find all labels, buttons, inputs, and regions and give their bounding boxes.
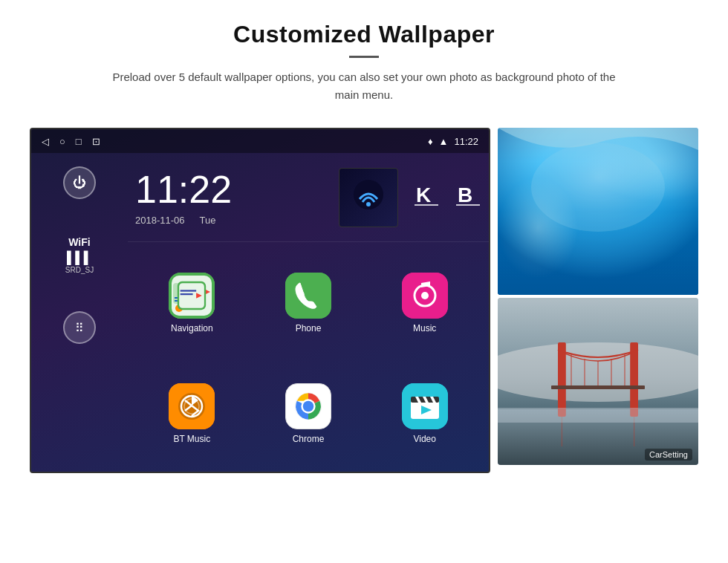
svg-point-1 — [366, 202, 371, 206]
app-navigation[interactable]: 280 Navigation — [134, 248, 250, 359]
screenshot-icon[interactable]: ⊡ — [92, 136, 100, 147]
clock-day: Tue — [200, 215, 216, 226]
svg-point-12 — [421, 292, 429, 299]
music-label: Music — [413, 323, 436, 333]
svg-point-20 — [303, 400, 314, 411]
left-sidebar: ⏻ WiFi ▌▌▌ SRD_SJ ⠿ — [31, 153, 128, 473]
shortcut-k[interactable]: K — [413, 181, 440, 213]
carsetting-label: CarSetting — [645, 449, 692, 461]
main-screen-area: 11:22 2018-11-06 Tue — [128, 153, 489, 473]
status-left-icons: ◁ ○ □ ⊡ — [42, 136, 100, 147]
clock-area: 11:22 2018-11-06 Tue — [128, 153, 489, 242]
clock-date-text: 2018-11-06 — [135, 215, 185, 226]
wifi-status-icon: ▲ — [439, 136, 449, 147]
screen-content: ⏻ WiFi ▌▌▌ SRD_SJ ⠿ 11:22 — [31, 153, 489, 473]
android-screen: ◁ ○ □ ⊡ ♦ ▲ 11:22 ⏻ WiFi ▌▌ — [30, 128, 490, 473]
wallpaper-panel: CarSetting — [490, 128, 698, 465]
wifi-bars-icon: ▌▌▌ — [65, 251, 94, 264]
svg-point-8 — [175, 305, 183, 312]
header-section: Customized Wallpaper Preload over 5 defa… — [0, 0, 728, 117]
wifi-label: WiFi — [65, 236, 94, 248]
shortcut-b[interactable]: B — [455, 181, 481, 213]
clock-section: 11:22 2018-11-06 Tue — [135, 169, 331, 225]
home-icon[interactable]: ○ — [59, 136, 65, 147]
video-icon — [402, 383, 448, 429]
btmusic-icon — [169, 383, 215, 429]
chrome-icon — [285, 383, 331, 429]
media-widget[interactable] — [339, 168, 398, 227]
svg-rect-6 — [173, 283, 197, 304]
power-button[interactable]: ⏻ — [63, 166, 96, 199]
header-description: Preload over 5 default wallpaper options… — [104, 68, 624, 104]
recent-icon[interactable]: □ — [76, 136, 82, 147]
app-music[interactable]: Music — [366, 248, 483, 359]
mockup-area: ◁ ○ □ ⊡ ♦ ▲ 11:22 ⏻ WiFi ▌▌ — [0, 117, 728, 473]
wifi-ssid: SRD_SJ — [65, 266, 94, 274]
navigation-label: Navigation — [171, 323, 213, 333]
cast-icon — [352, 178, 385, 217]
page-container: Customized Wallpaper Preload over 5 defa… — [0, 0, 728, 473]
svg-rect-36 — [551, 385, 645, 389]
status-right-icons: ♦ ▲ 11:22 — [428, 136, 478, 147]
app-phone[interactable]: Phone — [250, 248, 367, 359]
wallpaper-icecave[interactable] — [498, 128, 698, 295]
svg-text:B: B — [458, 183, 472, 206]
location-icon: ♦ — [428, 136, 433, 147]
wallpaper-bridge[interactable]: CarSetting — [498, 298, 698, 465]
phone-label: Phone — [296, 323, 322, 333]
svg-rect-4 — [169, 273, 215, 319]
phone-icon — [285, 273, 331, 319]
back-icon[interactable]: ◁ — [42, 136, 49, 147]
title-divider — [349, 56, 379, 58]
chrome-label: Chrome — [293, 434, 325, 444]
clock-date: 2018-11-06 Tue — [135, 215, 331, 226]
svg-text:K: K — [416, 183, 431, 206]
status-bar: ◁ ○ □ ⊡ ♦ ▲ 11:22 — [31, 129, 489, 153]
video-label: Video — [413, 434, 435, 444]
page-title: Customized Wallpaper — [59, 21, 669, 48]
svg-point-25 — [531, 143, 665, 232]
bridge-thumbnail: CarSetting — [498, 298, 698, 465]
app-btmusic[interactable]: BT Music — [134, 359, 250, 469]
btmusic-label: BT Music — [173, 434, 210, 444]
music-icon — [402, 273, 448, 319]
clock-time: 11:22 — [135, 169, 331, 211]
app-grid: 280 Navigation — [128, 242, 489, 473]
wifi-info: WiFi ▌▌▌ SRD_SJ — [65, 236, 94, 274]
apps-drawer-button[interactable]: ⠿ — [63, 311, 96, 344]
svg-rect-39 — [498, 408, 698, 423]
app-video[interactable]: Video — [366, 359, 483, 469]
icecave-thumbnail — [498, 128, 698, 295]
status-time: 11:22 — [454, 136, 478, 147]
app-chrome[interactable]: Chrome — [250, 359, 367, 469]
svg-text:280: 280 — [178, 286, 194, 297]
svg-rect-9 — [285, 273, 331, 319]
navigation-icon: 280 — [169, 273, 215, 319]
svg-rect-5 — [172, 276, 212, 316]
